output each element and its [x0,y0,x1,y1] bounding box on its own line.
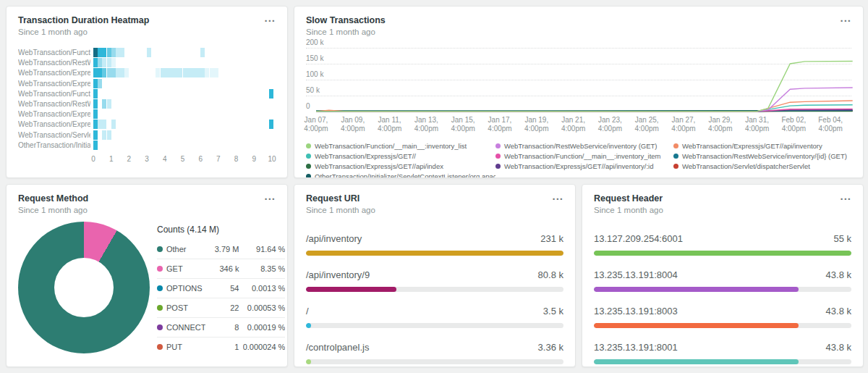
heatmap-cell[interactable] [183,68,187,77]
heatmap-cell[interactable] [93,58,98,67]
time-range-label: Since 1 month ago [594,206,663,214]
heatmap-cell[interactable] [111,68,116,77]
table-row[interactable]: POST220.00053 % [157,298,285,317]
x-axis-tick-label: 5 [181,155,185,163]
heatmap-cell[interactable] [120,68,124,77]
heatmap-cell[interactable] [107,130,111,140]
ellipsis-menu-icon[interactable]: ... [840,193,851,199]
bar-fill [594,323,799,328]
legend-item[interactable]: WebTransaction/Function/__main__:invento… [306,141,495,151]
heatmap-cell[interactable] [93,89,98,99]
bar-row[interactable]: /3.5 k [306,306,563,328]
heatmap-cell[interactable] [102,130,106,140]
heatmap-cell[interactable] [116,68,120,77]
table-row[interactable]: CONNECT80.00019 % [157,317,285,337]
heatmap-cell[interactable] [169,68,174,77]
ellipsis-menu-icon[interactable]: ... [264,193,276,199]
heatmap-cell[interactable] [93,130,98,140]
heatmap-cell[interactable] [116,48,120,57]
heatmap-cell[interactable] [120,48,124,57]
legend-item[interactable]: WebTransaction/RestWebService/inventory/… [673,151,851,161]
heatmap-cell[interactable] [107,68,111,77]
heatmap-cell[interactable] [93,141,98,150]
x-axis-tick-label: Feb 04,4:00pm [818,116,843,133]
line-series[interactable] [316,62,853,112]
bar-row[interactable]: /api/inventory231 k [306,233,563,256]
legend-color-dot [157,285,163,291]
heatmap-cell[interactable] [200,68,205,77]
heatmap-cell[interactable] [124,68,129,77]
heatmap-cell[interactable] [102,99,106,109]
heatmap-cell[interactable] [165,68,169,77]
legend-item[interactable]: WebTransaction/Expressjs/GET//api/invent… [495,161,673,171]
heatmap-cell[interactable] [111,48,116,57]
heatmap-cell[interactable] [210,68,214,77]
time-range-label: Since 1 month ago [18,28,149,36]
heatmap-cell[interactable] [156,68,160,77]
bar-row[interactable]: 13.127.209.254:600155 k [594,233,851,256]
heatmap-cell[interactable] [192,68,196,77]
heatmap-cell[interactable] [98,68,102,77]
heatmap-cell[interactable] [187,68,192,77]
bar-row[interactable]: 13.235.13.191:800343.8 k [594,306,851,328]
heatmap-cell[interactable] [111,58,116,67]
table-row[interactable]: Other3.79 M91.64 % [157,239,285,259]
bar-row[interactable]: /controlpanel.js3.36 k [306,342,563,364]
x-axis-tick-label: 0 [91,155,95,163]
heatmap-cell[interactable] [174,68,178,77]
heatmap-cell[interactable] [93,68,98,77]
x-axis-tick-label: Jan 23,4:00pm [598,116,622,133]
heatmap-cell[interactable] [205,68,209,77]
heatmap-cell[interactable] [269,89,273,99]
heatmap-cell[interactable] [161,68,165,77]
time-range-label: Since 1 month ago [18,206,88,214]
heatmap-cell[interactable] [269,120,273,129]
legend-item[interactable]: WebTransaction/Expressjs/GET// [306,151,495,161]
legend-item[interactable]: WebTransaction/Function/__main__:invento… [495,151,673,161]
heatmap-cell[interactable] [147,48,151,57]
heatmap-cell[interactable] [200,48,205,57]
heatmap-cell[interactable] [98,58,102,67]
heatmap-cell[interactable] [93,48,98,57]
bar-row[interactable]: /api/inventory/980.8 k [306,269,563,292]
table-row[interactable]: GET346 k8.35 % [157,259,285,278]
ellipsis-menu-icon[interactable]: ... [552,193,563,199]
heatmap-cell[interactable] [102,68,106,77]
legend-item[interactable]: WebTransaction/Expressjs/GET//api/invent… [673,141,851,151]
heatmap-cell[interactable] [107,58,111,67]
heatmap-cell[interactable] [98,48,102,57]
panel-header: Transaction Duration Heatmap Since 1 mon… [18,15,276,36]
heatmap-cell[interactable] [214,68,218,77]
bar-row[interactable]: 13.235.13.191:800143.8 k [594,342,851,364]
legend-item[interactable]: WebTransaction/RestWebService/inventory … [495,141,673,151]
heatmap-cell[interactable] [107,48,111,57]
heatmap-cell[interactable] [111,120,116,129]
heatmap-cell[interactable] [196,68,200,77]
heatmap-cell[interactable] [93,99,98,109]
heatmap-cell[interactable] [93,120,98,129]
heatmap-cell[interactable] [93,79,98,88]
heatmap-cell[interactable] [102,120,106,129]
heatmap-cell[interactable] [107,99,111,109]
heatmap-chart[interactable]: WebTransaction/Functi...WebTransaction/R… [18,48,276,167]
heatmap-cell[interactable] [102,58,106,67]
method-count: 3.79 M [205,245,239,253]
heatmap-cell[interactable] [98,79,102,88]
ellipsis-menu-icon[interactable]: ... [264,15,276,21]
bar-row[interactable]: 13.235.13.191:800443.8 k [594,269,851,292]
line-chart-plot[interactable]: 200 k150 k100 k50 k0 [306,46,851,113]
heatmap-cell[interactable] [98,120,102,129]
legend-item[interactable]: WebTransaction/Servlet/dispatcherServlet [673,161,851,171]
legend-item[interactable]: WebTransaction/Expressjs/GET//api/index [306,161,495,171]
heatmap-cell[interactable] [178,68,182,77]
heatmap-row-label: WebTransaction/RestW... [18,59,90,67]
heatmap-cell[interactable] [102,48,106,57]
table-row[interactable]: OPTIONS540.0013 % [157,278,285,298]
legend-color-dot [495,154,501,159]
panel-slow-transactions: Slow Transactions Since 1 month ago ... … [294,6,864,178]
legend-item[interactable]: OtherTransaction/Initializer/ServletCont… [306,171,495,178]
donut-chart[interactable] [18,222,150,353]
heatmap-cell[interactable] [93,109,98,119]
ellipsis-menu-icon[interactable]: ... [840,15,851,21]
table-row[interactable]: PUT10.000024 % [157,337,285,356]
